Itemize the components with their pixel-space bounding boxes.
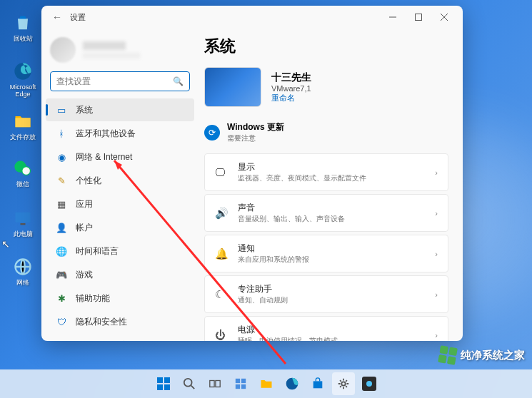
- svg-rect-12: [157, 377, 163, 383]
- user-profile[interactable]: [41, 33, 199, 67]
- settings-window: ← 设置 🔍 ▭ 系统 ᚼ 蓝: [41, 6, 463, 341]
- desktop-icon-this-pc[interactable]: 此电脑: [7, 207, 39, 238]
- card-desc: 通知、自动规则: [238, 295, 425, 305]
- svg-point-28: [366, 381, 372, 387]
- taskbar-search[interactable]: [178, 372, 201, 395]
- sidebar-item-gaming[interactable]: 🎮 游戏: [46, 263, 194, 286]
- system-icon: ▭: [56, 104, 67, 116]
- search-input[interactable]: [56, 76, 173, 86]
- sidebar-item-label: Windows 更新: [76, 340, 130, 342]
- power-icon: ⏻: [215, 329, 228, 341]
- desktop-icon-label: 回收站: [7, 36, 39, 43]
- desktop-icon-wechat[interactable]: 微信: [7, 157, 39, 188]
- desktop-icon-label: 网络: [7, 280, 39, 287]
- back-button[interactable]: ←: [47, 11, 67, 23]
- taskbar-app[interactable]: [358, 372, 381, 395]
- svg-rect-18: [209, 381, 214, 387]
- card-title: 电源: [238, 324, 425, 336]
- svg-rect-23: [241, 384, 245, 389]
- sidebar-item-network[interactable]: ◉ 网络 & Internet: [46, 146, 194, 168]
- card-desc: 音量级别、输出、输入、声音设备: [238, 214, 425, 224]
- avatar: [50, 37, 76, 63]
- card-title: 声音: [238, 202, 425, 214]
- sidebar-item-accessibility[interactable]: ✱ 辅助功能: [46, 287, 194, 310]
- card-desc: 睡眠、电池使用情况、节电模式: [238, 336, 425, 341]
- network-icon: [11, 255, 34, 278]
- chevron-right-icon: ›: [435, 209, 438, 218]
- wechat-icon: [11, 157, 34, 180]
- chevron-right-icon: ›: [435, 168, 438, 177]
- watermark: 纯净系统之家: [439, 347, 525, 364]
- svg-line-17: [191, 386, 194, 389]
- sidebar-item-personalization[interactable]: ✎ 个性化: [46, 169, 194, 192]
- windows-update-status[interactable]: ⟳ Windows 更新 需要注意: [204, 117, 448, 153]
- settings-card-display[interactable]: 🖵 显示 监视器、亮度、夜间模式、显示配置文件 ›: [204, 153, 448, 191]
- desktop-icon-edge[interactable]: Microsoft Edge: [7, 60, 39, 98]
- bluetooth-icon: ᚼ: [56, 128, 67, 139]
- taskbar-store[interactable]: [306, 372, 329, 395]
- settings-card-power[interactable]: ⏻ 电源 睡眠、电池使用情况、节电模式 ›: [204, 316, 448, 341]
- pc-rename-link[interactable]: 重命名: [271, 93, 311, 103]
- taskbar-explorer[interactable]: [255, 372, 278, 395]
- maximize-button[interactable]: [406, 7, 431, 27]
- sidebar-item-apps[interactable]: ▦ 应用: [46, 193, 194, 215]
- svg-rect-15: [164, 384, 170, 390]
- sidebar-item-label: 蓝牙和其他设备: [76, 128, 136, 140]
- computer-icon: [11, 207, 34, 230]
- svg-rect-25: [313, 381, 322, 388]
- taskbar-widgets[interactable]: [229, 372, 252, 395]
- game-icon: 🎮: [56, 269, 67, 280]
- start-button[interactable]: [152, 372, 175, 395]
- svg-rect-7: [416, 14, 422, 21]
- taskbar-edge[interactable]: [281, 372, 303, 395]
- sidebar-item-time-language[interactable]: 🌐 时间和语言: [46, 240, 194, 262]
- chevron-right-icon: ›: [435, 250, 438, 258]
- window-title: 设置: [70, 12, 86, 23]
- settings-card-notifications[interactable]: 🔔 通知 来自应用和系统的警报 ›: [204, 235, 448, 272]
- taskbar-settings[interactable]: [332, 372, 355, 395]
- chevron-right-icon: ›: [435, 290, 438, 299]
- sidebar-item-privacy[interactable]: 🛡 隐私和安全性: [46, 310, 194, 333]
- settings-card-sound[interactable]: 🔊 声音 音量级别、输出、输入、声音设备 ›: [204, 194, 448, 232]
- sidebar-item-label: 辅助功能: [76, 292, 110, 305]
- chevron-right-icon: ›: [435, 331, 438, 340]
- desktop-icon-network[interactable]: 网络: [7, 255, 39, 287]
- pc-model: VMware7,1: [271, 84, 311, 93]
- edge-icon: [11, 60, 34, 83]
- svg-rect-20: [235, 379, 239, 383]
- sidebar-item-bluetooth[interactable]: ᚼ 蓝牙和其他设备: [46, 122, 194, 145]
- desktop-icon-folder[interactable]: 文件存放: [7, 110, 39, 141]
- card-desc: 监视器、亮度、夜间模式、显示配置文件: [238, 173, 425, 183]
- bell-icon: 🔔: [215, 248, 228, 260]
- sidebar-item-windows-update[interactable]: ⟳ Windows 更新: [46, 334, 194, 341]
- globe-icon: 🌐: [56, 245, 67, 257]
- sidebar-item-label: 系统: [76, 104, 93, 116]
- search-icon: 🔍: [173, 76, 184, 86]
- minimize-button[interactable]: [380, 7, 406, 27]
- display-icon: 🖵: [215, 166, 228, 178]
- taskbar-taskview[interactable]: [204, 372, 226, 395]
- sidebar-item-system[interactable]: ▭ 系统: [46, 98, 194, 121]
- shield-icon: 🛡: [56, 316, 67, 327]
- desktop-icon-recycle-bin[interactable]: 回收站: [7, 11, 39, 43]
- svg-point-2: [22, 167, 31, 175]
- svg-rect-3: [16, 213, 31, 223]
- desktop-icon-label: 微信: [7, 181, 39, 188]
- svg-point-16: [184, 379, 191, 387]
- settings-card-focus-assist[interactable]: ☾ 专注助手 通知、自动规则 ›: [204, 275, 448, 313]
- search-box[interactable]: 🔍: [50, 71, 190, 91]
- desktop-icon-label: 文件存放: [7, 134, 39, 141]
- close-button[interactable]: [431, 7, 457, 27]
- svg-rect-19: [215, 381, 219, 387]
- main-content: 系统 十三先生 VMware7,1 重命名 ⟳ Windows 更新 需要注意 …: [199, 29, 463, 341]
- folder-icon: [11, 110, 34, 133]
- recycle-bin-icon: [11, 11, 34, 34]
- sound-icon: 🔊: [215, 207, 228, 220]
- svg-rect-21: [241, 379, 245, 383]
- person-icon: 👤: [56, 222, 67, 233]
- wifi-icon: ◉: [56, 151, 67, 163]
- desktop-icon-label: 此电脑: [7, 231, 39, 238]
- brush-icon: ✎: [56, 175, 67, 186]
- sidebar-item-accounts[interactable]: 👤 帐户: [46, 216, 194, 239]
- svg-rect-4: [21, 223, 26, 225]
